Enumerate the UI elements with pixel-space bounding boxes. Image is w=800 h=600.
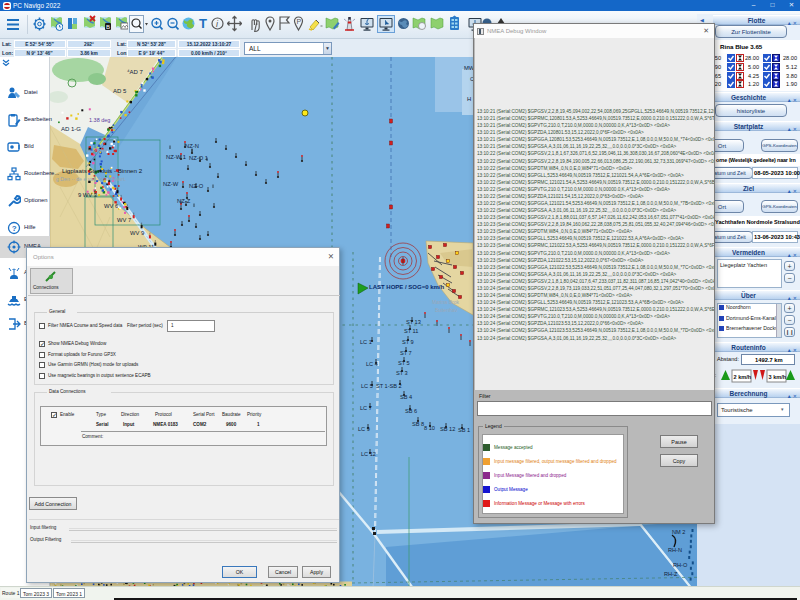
- svg-text:WV 7: WV 7: [117, 217, 131, 223]
- svg-text:LC 1: LC 1: [360, 339, 372, 345]
- svg-text:1.38 deg: 1.38 deg: [89, 117, 110, 123]
- svg-text:3 km/h: 3 km/h: [769, 374, 787, 380]
- svg-text:AD 5: AD 5: [113, 88, 127, 94]
- svg-text:2 km/h: 2 km/h: [734, 374, 752, 380]
- svg-text:Marina Brok: Marina Brok: [432, 299, 459, 305]
- svg-text:H: H: [467, 96, 471, 102]
- svg-text:ST 11: ST 11: [404, 328, 418, 334]
- svg-text:NZ-O 1: NZ-O 1: [189, 155, 208, 161]
- svg-text:i: i: [216, 19, 219, 29]
- svg-text:WV 6: WV 6: [104, 203, 118, 209]
- svg-text:ST 5: ST 5: [398, 360, 410, 366]
- svg-text:ST 7: ST 7: [400, 350, 412, 356]
- svg-text:LC 5: LC 5: [361, 383, 373, 389]
- svg-text:NZ-O: NZ-O: [189, 183, 204, 189]
- svg-text:de Glover: de Glover: [86, 147, 108, 153]
- svg-text:LC 7: LC 7: [360, 405, 372, 411]
- svg-text:SB 12: SB 12: [440, 426, 455, 432]
- svg-text:Ligplaats Sterkluis - Binnen 2: Ligplaats Sterkluis - Binnen 2: [62, 167, 143, 174]
- svg-text:RH-Z: RH-Z: [664, 571, 678, 577]
- svg-text:ST 1-SB 2: ST 1-SB 2: [376, 383, 402, 389]
- svg-text:ST 13: ST 13: [406, 319, 421, 325]
- svg-text:RH-O: RH-O: [673, 562, 688, 568]
- svg-text:ST 3: ST 3: [396, 370, 408, 376]
- svg-text:RH-N: RH-N: [668, 547, 682, 553]
- svg-text:T: T: [199, 16, 207, 31]
- svg-text:NZ-Z: NZ-Z: [177, 198, 191, 204]
- svg-text:AD 1-G: AD 1-G: [61, 126, 81, 132]
- svg-text:LC 4: LC 4: [366, 361, 378, 367]
- svg-text:SB 4: SB 4: [400, 394, 412, 400]
- svg-text:NZ-W: NZ-W: [163, 181, 179, 187]
- svg-text:SB 8: SB 8: [412, 421, 424, 427]
- svg-text:SB 6: SB 6: [405, 408, 417, 414]
- svg-text:B: B: [106, 24, 110, 30]
- svg-text:9 WV 3: 9 WV 3: [78, 192, 97, 198]
- svg-text:⁴AD 7: ⁴AD 7: [127, 69, 144, 75]
- svg-text:LC 9: LC 9: [358, 426, 370, 432]
- svg-text:LC 12: LC 12: [361, 451, 376, 457]
- svg-text:g Den ·· de e van Zeile rivaar: g Den ·· de e van Zeile rivaart.: [56, 176, 126, 182]
- svg-text:LAST HOPE / SOG=0 km/h: LAST HOPE / SOG=0 km/h: [369, 284, 445, 290]
- svg-text:NZ-W 1: NZ-W 1: [166, 154, 186, 160]
- svg-text:ST 9: ST 9: [402, 339, 414, 345]
- svg-text:SB 1: SB 1: [458, 427, 470, 433]
- svg-text:Buitenhav: Buitenhav: [435, 307, 458, 313]
- svg-text:NZ-N: NZ-N: [185, 143, 199, 149]
- svg-text:WV 9: WV 9: [130, 230, 144, 236]
- svg-text:P: P: [297, 18, 302, 25]
- svg-text:8 10: 8 10: [424, 425, 435, 431]
- svg-text:?: ?: [12, 224, 17, 233]
- svg-text:NM 2: NM 2: [672, 529, 685, 535]
